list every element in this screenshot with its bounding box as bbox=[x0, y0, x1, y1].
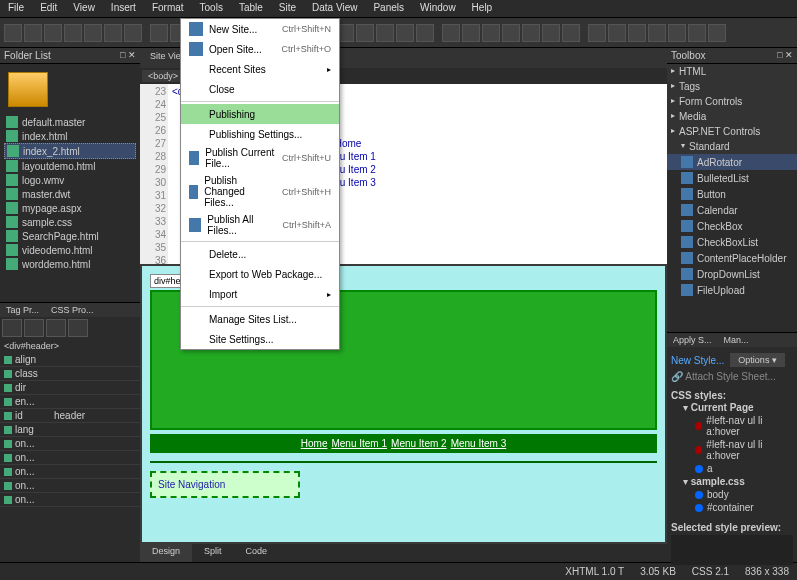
toolbar-button[interactable] bbox=[44, 24, 62, 42]
property-row[interactable]: on... bbox=[0, 493, 140, 507]
menu-item-publishing[interactable]: Publishing bbox=[181, 104, 339, 124]
menu-help[interactable]: Help bbox=[464, 0, 501, 17]
toolbar-button[interactable] bbox=[376, 24, 394, 42]
toolbar-button[interactable] bbox=[462, 24, 480, 42]
css-rule[interactable]: body bbox=[671, 488, 793, 501]
menu-item-new-site-[interactable]: New Site...Ctrl+Shift+N bbox=[181, 19, 339, 39]
file-item[interactable]: index.html bbox=[4, 129, 136, 143]
toolbar-button[interactable] bbox=[416, 24, 434, 42]
css-rule[interactable]: a bbox=[671, 462, 793, 475]
category[interactable]: Media bbox=[667, 109, 797, 124]
view-tab-split[interactable]: Split bbox=[192, 544, 234, 562]
control-item[interactable]: BulletedList bbox=[667, 170, 797, 186]
property-row[interactable]: dir bbox=[0, 381, 140, 395]
toolbar-button[interactable] bbox=[124, 24, 142, 42]
property-row[interactable]: on... bbox=[0, 437, 140, 451]
toolbar-button[interactable] bbox=[562, 24, 580, 42]
menu-table[interactable]: Table bbox=[231, 0, 271, 17]
toolbar-button[interactable] bbox=[502, 24, 520, 42]
menu-item-recent-sites[interactable]: Recent Sites bbox=[181, 59, 339, 79]
new-style-link[interactable]: New Style... bbox=[671, 355, 724, 366]
menu-item-import[interactable]: Import bbox=[181, 284, 339, 304]
close-icon[interactable]: □ ✕ bbox=[777, 50, 793, 61]
category[interactable]: ASP.NET Controls bbox=[667, 124, 797, 139]
toolbar-button[interactable] bbox=[648, 24, 666, 42]
property-row[interactable]: class bbox=[0, 367, 140, 381]
control-item[interactable]: Calendar bbox=[667, 202, 797, 218]
toolbar-button[interactable] bbox=[628, 24, 646, 42]
css-rule[interactable]: #left-nav ul li a:hover bbox=[671, 438, 793, 462]
tab[interactable]: Apply S... bbox=[667, 333, 718, 347]
file-item[interactable]: layoutdemo.html bbox=[4, 159, 136, 173]
property-row[interactable]: on... bbox=[0, 451, 140, 465]
menu-window[interactable]: Window bbox=[412, 0, 464, 17]
control-item[interactable]: AdRotator bbox=[667, 154, 797, 170]
css-group[interactable]: ▾ sample.css bbox=[671, 475, 793, 488]
file-item[interactable]: sample.css bbox=[4, 215, 136, 229]
menu-item-delete-[interactable]: Delete... bbox=[181, 244, 339, 264]
nav-bar[interactable]: HomeMenu Item 1Menu Item 2Menu Item 3 bbox=[150, 434, 657, 453]
toolbar-button[interactable] bbox=[396, 24, 414, 42]
toolbar-button[interactable] bbox=[668, 24, 686, 42]
view-tab-code[interactable]: Code bbox=[234, 544, 280, 562]
file-item[interactable]: SearchPage.html bbox=[4, 229, 136, 243]
menu-panels[interactable]: Panels bbox=[365, 0, 412, 17]
toolbar-button[interactable] bbox=[588, 24, 606, 42]
toolbar-button[interactable] bbox=[24, 24, 42, 42]
css-rule[interactable]: #container bbox=[671, 501, 793, 514]
toolbar-button[interactable] bbox=[608, 24, 626, 42]
toolbar-button[interactable] bbox=[708, 24, 726, 42]
control-item[interactable]: DropDownList bbox=[667, 266, 797, 282]
category[interactable]: Tags bbox=[667, 79, 797, 94]
file-item[interactable]: default.master bbox=[4, 115, 136, 129]
toolbar-button[interactable] bbox=[84, 24, 102, 42]
file-item[interactable]: mypage.aspx bbox=[4, 201, 136, 215]
css-rule[interactable]: #left-nav ul li a:hover bbox=[671, 414, 793, 438]
toolbar-button[interactable] bbox=[688, 24, 706, 42]
css-group[interactable]: ▾ Current Page bbox=[671, 401, 793, 414]
toolbar-button[interactable] bbox=[4, 24, 22, 42]
left-nav-box[interactable]: Site Navigation bbox=[150, 471, 300, 498]
menu-item-publish-all-files-[interactable]: Publish All Files...Ctrl+Shift+A bbox=[181, 211, 339, 239]
menu-item-publish-changed-files-[interactable]: Publish Changed Files...Ctrl+Shift+H bbox=[181, 172, 339, 211]
control-item[interactable]: FileUpload bbox=[667, 282, 797, 298]
property-row[interactable]: en... bbox=[0, 395, 140, 409]
menu-file[interactable]: File bbox=[0, 0, 32, 17]
nav-link[interactable]: Menu Item 2 bbox=[391, 438, 447, 449]
property-row[interactable]: align bbox=[0, 353, 140, 367]
file-item[interactable]: index_2.html bbox=[4, 143, 136, 159]
toolbar-button[interactable] bbox=[64, 24, 82, 42]
nav-link[interactable]: Home bbox=[301, 438, 328, 449]
file-item[interactable]: videodemo.html bbox=[4, 243, 136, 257]
control-item[interactable]: CheckBox bbox=[667, 218, 797, 234]
toolbar-button[interactable] bbox=[356, 24, 374, 42]
file-item[interactable]: worddemo.html bbox=[4, 257, 136, 271]
menu-edit[interactable]: Edit bbox=[32, 0, 65, 17]
attach-stylesheet[interactable]: 🔗 Attach Style Sheet... bbox=[671, 369, 793, 384]
category[interactable]: HTML bbox=[667, 64, 797, 79]
tab[interactable]: CSS Pro... bbox=[45, 303, 100, 317]
nav-link[interactable]: Menu Item 3 bbox=[451, 438, 507, 449]
category[interactable]: Form Controls bbox=[667, 94, 797, 109]
options-button[interactable]: Options ▾ bbox=[730, 353, 785, 367]
menu-data-view[interactable]: Data View bbox=[304, 0, 365, 17]
control-item[interactable]: Button bbox=[667, 186, 797, 202]
view-tab-design[interactable]: Design bbox=[140, 544, 192, 562]
property-row[interactable]: idheader bbox=[0, 409, 140, 423]
folder-icon[interactable] bbox=[8, 72, 48, 107]
tab[interactable]: Tag Pr... bbox=[0, 303, 45, 317]
toolbar-button[interactable] bbox=[542, 24, 560, 42]
category-standard[interactable]: Standard bbox=[667, 139, 797, 154]
property-row[interactable]: lang bbox=[0, 423, 140, 437]
menu-item-close[interactable]: Close bbox=[181, 79, 339, 99]
file-item[interactable]: master.dwt bbox=[4, 187, 136, 201]
menu-tools[interactable]: Tools bbox=[192, 0, 231, 17]
property-row[interactable]: on... bbox=[0, 465, 140, 479]
crumb[interactable]: <body> bbox=[142, 70, 184, 82]
menu-item-publishing-settings-[interactable]: Publishing Settings... bbox=[181, 124, 339, 144]
menu-format[interactable]: Format bbox=[144, 0, 192, 17]
menu-item-manage-sites-list-[interactable]: Manage Sites List... bbox=[181, 309, 339, 329]
menu-site[interactable]: Site bbox=[271, 0, 304, 17]
close-icon[interactable]: □ ✕ bbox=[120, 50, 136, 61]
menu-item-site-settings-[interactable]: Site Settings... bbox=[181, 329, 339, 349]
